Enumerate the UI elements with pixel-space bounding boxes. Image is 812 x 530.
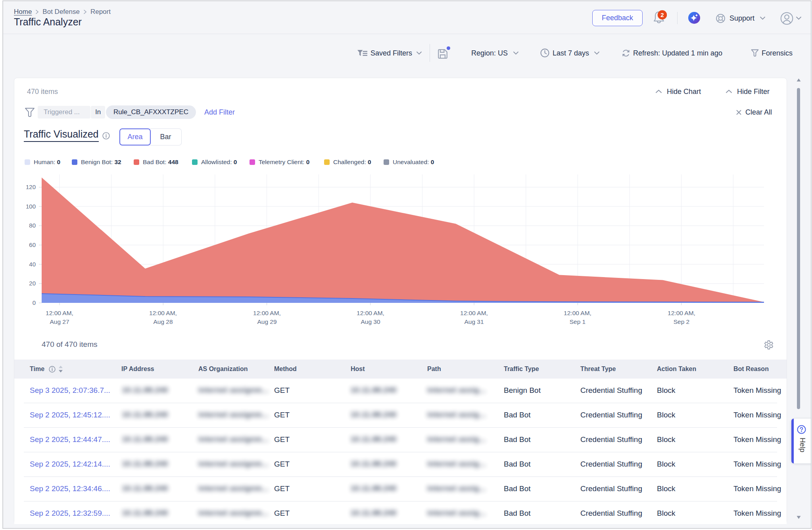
svg-text:120: 120 (26, 184, 36, 190)
svg-text:80: 80 (29, 222, 36, 229)
svg-text:Sep 1: Sep 1 (570, 318, 586, 325)
svg-text:60: 60 (29, 241, 36, 248)
svg-text:12:00 AM,: 12:00 AM, (668, 310, 695, 316)
svg-text:40: 40 (29, 261, 36, 268)
svg-text:12:00 AM,: 12:00 AM, (564, 310, 591, 316)
svg-text:Aug 28: Aug 28 (153, 318, 173, 325)
svg-text:100: 100 (26, 203, 36, 210)
svg-text:20: 20 (29, 280, 36, 287)
svg-text:Aug 29: Aug 29 (257, 318, 276, 325)
svg-text:12:00 AM,: 12:00 AM, (149, 310, 177, 316)
svg-text:Aug 31: Aug 31 (464, 318, 484, 325)
svg-text:12:00 AM,: 12:00 AM, (357, 310, 384, 316)
svg-text:Sep 2: Sep 2 (674, 318, 690, 325)
svg-text:12:00 AM,: 12:00 AM, (253, 310, 281, 316)
svg-text:2: 2 (660, 11, 664, 18)
svg-text:0: 0 (33, 299, 36, 306)
svg-text:Aug 30: Aug 30 (361, 318, 380, 325)
svg-text:Aug 27: Aug 27 (50, 318, 69, 325)
svg-text:12:00 AM,: 12:00 AM, (460, 310, 488, 316)
svg-text:12:00 AM,: 12:00 AM, (46, 310, 73, 316)
